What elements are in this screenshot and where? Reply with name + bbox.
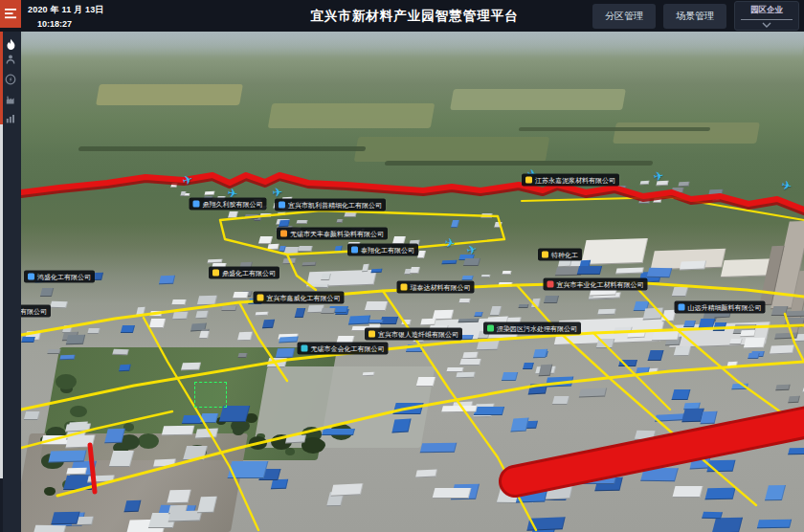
person-alarm-icon [5, 54, 16, 65]
company-label-text: 鼎盛化工有限公司 [222, 270, 276, 277]
sidebar-item-energy[interactable] [0, 71, 21, 88]
park-enterprise-dropdown[interactable]: 园区企业 [734, 1, 799, 31]
company-label-text: 无锡市天丰泰颜料染料有限公司 [290, 231, 384, 237]
company-label-text: 泰翔化工有限公司 [361, 247, 414, 254]
company-label-text: 宜兴市凯利普精细化工有限公司 [288, 202, 382, 209]
company-label-text: 宜兴市丰业化工材料有限公司 [557, 281, 644, 288]
company-marker-icon [525, 177, 532, 184]
company-marker-icon [351, 247, 358, 254]
company-label[interactable]: 宜兴颜料有限公司 [21, 305, 51, 318]
datetime: 2020 年 11 月 13日 10:18:27 [28, 4, 104, 29]
company-marker-icon [28, 274, 34, 280]
sidebar [0, 28, 21, 532]
company-label[interactable]: 漂染园区污水处理有限公司 [483, 322, 581, 335]
top-header: 2020 年 11 月 13日 10:18:27 宜兴市新材料产业园智慧管理平台… [0, 0, 804, 32]
park-enterprise-dropdown-label: 园区企业 [741, 5, 793, 20]
company-marker-icon [280, 231, 287, 237]
company-marker-icon [547, 281, 554, 288]
company-label-text: 鸿盛化工有限公司 [37, 274, 91, 280]
company-label[interactable]: 宜兴市凯利普精细化工有限公司 [275, 199, 386, 211]
company-label[interactable]: 瑞泰达材料有限公司 [397, 281, 475, 294]
chevron-down-icon [762, 22, 771, 28]
company-marker-icon [679, 304, 685, 311]
company-marker-icon [542, 252, 548, 258]
header-date: 2020 年 11 月 13日 [28, 4, 104, 16]
company-label[interactable]: 鼎翔久利胶有限公司 [190, 198, 267, 211]
menu-button[interactable] [0, 0, 21, 28]
company-label-text: 鼎翔久利胶有限公司 [203, 201, 263, 208]
company-label-text: 宜兴市鑫威化工有限公司 [267, 295, 341, 301]
scene-manage-button[interactable]: 场景管理 [663, 4, 726, 29]
company-marker-icon [368, 331, 375, 338]
company-label[interactable]: 无锡市天丰泰颜料染料有限公司 [277, 228, 388, 240]
company-label[interactable]: 特种化工 [538, 249, 582, 261]
aircraft-marker[interactable]: ✈ [652, 168, 664, 185]
sidebar-item-statistics[interactable] [0, 110, 21, 127]
header-actions: 分区管理 场景管理 园区企业 [592, 0, 799, 32]
company-label[interactable]: 鸿盛化工有限公司 [24, 271, 95, 283]
company-label[interactable]: 江苏永嘉泥浆材料有限公司 [522, 174, 619, 187]
company-marker-icon [487, 325, 494, 332]
company-label-text: 瑞泰达材料有限公司 [411, 284, 471, 291]
page-title: 宜兴市新材料产业园智慧管理平台 [310, 0, 519, 32]
company-marker-icon [257, 295, 264, 301]
company-marker-icon [193, 201, 200, 208]
company-label-text: 漂染园区污水处理有限公司 [497, 325, 577, 332]
scrollbar-active-segment[interactable] [0, 32, 3, 124]
company-label[interactable]: 宜兴市银人造纤维有限公司 [365, 328, 462, 341]
sidebar-item-factory[interactable] [0, 91, 21, 108]
company-label-text: 特种化工 [551, 252, 578, 258]
factory-icon [5, 94, 16, 105]
header-time: 10:18:27 [37, 19, 104, 29]
company-label-text: 江苏永嘉泥浆材料有限公司 [535, 177, 615, 184]
company-label[interactable]: 鼎盛化工有限公司 [209, 267, 279, 279]
scrollbar-track[interactable] [0, 124, 3, 478]
energy-gauge-icon [5, 74, 16, 85]
company-label[interactable]: 无锡市金会化工有限公司 [298, 343, 389, 355]
company-label[interactable]: 宜兴市丰业化工材料有限公司 [544, 278, 648, 291]
company-label-text: 山远升精细颜料有限公司 [688, 304, 762, 311]
company-label[interactable]: 山远升精细颜料有限公司 [675, 301, 766, 314]
menu-icon [5, 9, 17, 19]
company-marker-icon [401, 284, 408, 291]
company-label[interactable]: 宜兴市鑫威化工有限公司 [254, 292, 345, 304]
zone-manage-button[interactable]: 分区管理 [592, 4, 656, 29]
company-marker-icon [212, 270, 219, 277]
scrollbar-end [0, 478, 3, 532]
smart-park-platform: 2020 年 11 月 13日 10:18:27 宜兴市新材料产业园智慧管理平台… [0, 0, 804, 532]
company-label-text: 宜兴市银人造纤维有限公司 [378, 331, 458, 338]
company-label-text: 宜兴颜料有限公司 [21, 308, 47, 315]
bar-chart-icon [5, 113, 16, 124]
selection-box[interactable] [194, 382, 227, 408]
company-label-text: 无锡市金会化工有限公司 [311, 345, 385, 352]
map-3d-view[interactable]: ✈✈✈✈✈✈✈✈ 鼎翔久利胶有限公司宜兴市凯利普精细化工有限公司无锡市天丰泰颜料… [21, 32, 804, 532]
company-marker-icon [279, 202, 285, 209]
company-marker-icon [302, 345, 308, 352]
flame-icon [5, 38, 17, 51]
company-label[interactable]: 泰翔化工有限公司 [347, 244, 418, 256]
sidebar-item-personnel-alarm[interactable] [0, 51, 21, 68]
